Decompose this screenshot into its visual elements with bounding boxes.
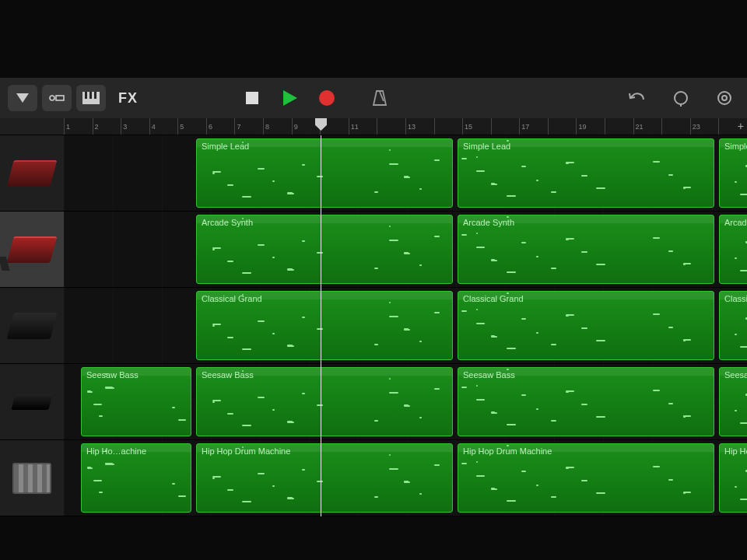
stop-button[interactable]	[237, 85, 267, 111]
midi-notes-preview	[723, 156, 747, 202]
track-lane[interactable]: Hip Ho…achineHip Hop Drum MachineHip Hop…	[64, 440, 747, 516]
svg-rect-5	[89, 92, 92, 99]
ruler-tick[interactable]: 8	[263, 118, 292, 135]
region-label: Classical Gra	[720, 292, 747, 306]
record-button[interactable]	[312, 85, 342, 111]
midi-notes-preview	[200, 309, 449, 355]
midi-notes-preview	[85, 461, 188, 507]
ruler-tick[interactable]	[491, 118, 520, 135]
ruler-tick[interactable]: 23	[690, 118, 719, 135]
ruler-tick[interactable]: 4	[149, 118, 178, 135]
region-label: Simple Lead	[197, 139, 452, 153]
ruler-tick[interactable]: 17	[519, 118, 548, 135]
drum-machine-icon	[12, 463, 51, 494]
track-lane[interactable]: Arcade SynthArcade SynthArcade Synth	[64, 212, 747, 288]
midi-region[interactable]: Classical Grand	[458, 291, 714, 360]
keyboard-red-icon	[6, 160, 57, 187]
ruler-tick[interactable]: 1	[64, 118, 93, 135]
keyboard-red-stand-icon	[6, 236, 57, 263]
ruler-tick[interactable]: 21	[633, 118, 662, 135]
ruler-tick[interactable]	[377, 118, 405, 135]
ruler-tick[interactable]: 3	[121, 118, 149, 135]
svg-point-12	[675, 92, 687, 104]
track-header[interactable]	[0, 364, 64, 440]
playhead[interactable]	[321, 135, 321, 516]
ruler-tick[interactable]: 15	[462, 118, 491, 135]
ruler-tick[interactable]: 7	[234, 118, 263, 135]
ruler-tick[interactable]	[434, 118, 463, 135]
ruler-tick[interactable]: 13	[405, 118, 434, 135]
ruler-tick[interactable]: 19	[576, 118, 605, 135]
track-lane[interactable]: Simple LeadSimple LeadSimple Lead	[64, 135, 747, 212]
region-label: Seesaw Bass	[458, 368, 714, 382]
midi-notes-preview	[723, 233, 747, 278]
loop-button[interactable]	[666, 85, 696, 111]
play-icon	[280, 89, 299, 107]
track-lane[interactable]: Classical GrandClassical GrandClassical …	[64, 288, 747, 364]
midi-region[interactable]: Seesaw Bass	[719, 367, 747, 436]
ruler-tick[interactable]: 11	[349, 118, 377, 135]
add-bars-button[interactable]: +	[738, 120, 744, 132]
midi-region[interactable]: Hip Ho…achine	[81, 443, 191, 513]
track-header[interactable]	[0, 288, 64, 364]
midi-region[interactable]: Simple Lead	[719, 138, 747, 208]
metronome-button[interactable]	[365, 85, 395, 111]
track-view-toggle[interactable]	[42, 85, 72, 111]
midi-region[interactable]: Hip Hop Drum Machine	[196, 443, 453, 513]
bass-amp-icon	[11, 394, 52, 410]
midi-region[interactable]: Hip Hop Drum Machine	[458, 443, 714, 513]
midi-region[interactable]: Seesaw Bass	[458, 367, 714, 436]
midi-region[interactable]: Simple Lead	[196, 138, 453, 208]
arrangement-area[interactable]: Simple LeadSimple LeadSimple LeadArcade …	[64, 135, 747, 516]
ruler-tick[interactable]	[548, 118, 577, 135]
midi-notes-preview	[461, 233, 710, 278]
midi-region[interactable]: Classical Grand	[196, 291, 453, 360]
track-lane[interactable]: Seesaw BassSeesaw BassSeesaw BassSeesaw …	[64, 364, 747, 440]
track-header[interactable]	[0, 212, 64, 288]
tracks-area: Simple LeadSimple LeadSimple LeadArcade …	[0, 135, 747, 516]
metronome-icon	[372, 89, 388, 107]
midi-region[interactable]: Arcade Synth	[196, 215, 453, 284]
ruler-tick[interactable]	[605, 118, 633, 135]
track-header[interactable]	[0, 135, 64, 212]
ruler-tick[interactable]: 6	[206, 118, 235, 135]
ruler-tick[interactable]: 2	[93, 118, 121, 135]
svg-rect-7	[246, 92, 258, 104]
ruler-tick[interactable]: 5	[177, 118, 206, 135]
midi-notes-preview	[723, 309, 747, 355]
region-label: Simple Lead	[458, 139, 714, 153]
midi-notes-preview	[461, 385, 710, 431]
svg-rect-6	[94, 92, 96, 99]
piano-keys-icon	[82, 92, 100, 104]
midi-region[interactable]: Hip Hop Drum	[719, 443, 747, 513]
view-dropdown-button[interactable]	[8, 85, 37, 111]
track-header[interactable]	[0, 440, 64, 516]
midi-notes-preview	[461, 309, 710, 355]
region-label: Simple Lead	[720, 139, 747, 153]
track-icon	[48, 93, 65, 103]
instrument-browser-button[interactable]	[76, 85, 106, 111]
fx-button[interactable]: FX	[110, 85, 146, 111]
play-button[interactable]	[275, 85, 304, 111]
timeline-ruler[interactable]: 123456789 11 13 15 17 19 21 23 +	[64, 118, 747, 135]
midi-region[interactable]: Classical Gra	[719, 291, 747, 360]
triangle-down-icon	[16, 93, 29, 103]
undo-button[interactable]	[622, 85, 652, 111]
gear-icon	[716, 89, 733, 107]
svg-point-1	[50, 96, 54, 100]
timeline-ruler-row: 123456789 11 13 15 17 19 21 23 +	[0, 118, 747, 135]
region-label: Hip Hop Drum Machine	[197, 444, 452, 458]
midi-region[interactable]: Seesaw Bass	[81, 367, 191, 436]
ruler-tick[interactable]	[661, 118, 690, 135]
svg-point-9	[319, 90, 335, 106]
letterbox-bottom	[0, 516, 747, 560]
midi-region[interactable]: Arcade Synth	[458, 215, 714, 284]
midi-region[interactable]: Arcade Synth	[719, 215, 747, 284]
settings-button[interactable]	[710, 85, 739, 111]
midi-notes-preview	[200, 385, 449, 431]
midi-region[interactable]: Seesaw Bass	[196, 367, 453, 436]
midi-notes-preview	[200, 233, 449, 278]
svg-point-14	[718, 92, 731, 104]
svg-point-15	[722, 96, 727, 100]
midi-region[interactable]: Simple Lead	[458, 138, 714, 208]
